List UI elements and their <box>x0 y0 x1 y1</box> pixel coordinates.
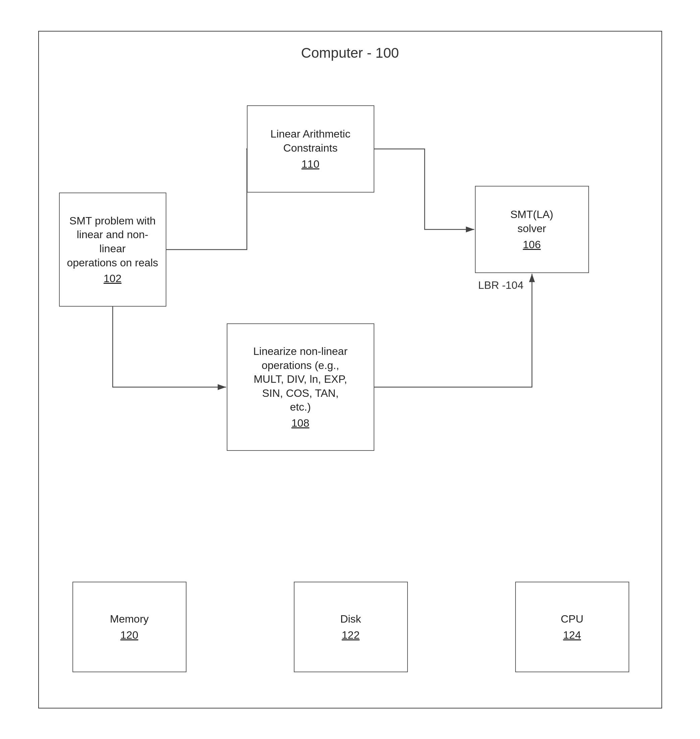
linearize-id: 108 <box>291 417 309 429</box>
outer-computer-box: Computer - 100 Linear ArithmeticCons <box>38 31 662 708</box>
smtla-label: SMT(LA)solver <box>510 208 553 236</box>
disk-id: 122 <box>342 629 360 641</box>
arrow-smt-to-lac <box>166 149 247 250</box>
box-memory: Memory 120 <box>72 581 187 672</box>
box-cpu: CPU 124 <box>515 581 629 672</box>
memory-id: 120 <box>121 629 138 641</box>
smtla-id: 106 <box>523 238 541 251</box>
linearize-label: Linearize non-linearoperations (e.g.,MUL… <box>253 344 347 414</box>
lac-id: 110 <box>301 158 319 171</box>
box-smt-problem: SMT problem withlinear and non-linearope… <box>59 193 166 306</box>
cpu-label: CPU <box>561 612 584 626</box>
page: Computer - 100 Linear ArithmeticCons <box>18 18 682 722</box>
disk-label: Disk <box>340 612 361 626</box>
box-disk: Disk 122 <box>294 581 408 672</box>
smt-problem-label: SMT problem withlinear and non-linearope… <box>66 214 160 270</box>
arrow-lac-to-smtla <box>374 149 474 230</box>
diagram-title: Computer - 100 <box>301 45 399 61</box>
cpu-id: 124 <box>563 629 581 641</box>
memory-label: Memory <box>110 612 149 626</box>
lbr-label: LBR -104 <box>478 279 524 291</box>
box-lac: Linear ArithmeticConstraints 110 <box>247 105 374 193</box>
box-linearize: Linearize non-linearoperations (e.g.,MUL… <box>227 323 374 451</box>
smt-problem-id: 102 <box>104 272 121 285</box>
lac-label: Linear ArithmeticConstraints <box>271 127 350 155</box>
arrow-smt-to-linearize <box>113 306 226 387</box>
box-smtla: SMT(LA)solver 106 <box>475 186 589 273</box>
